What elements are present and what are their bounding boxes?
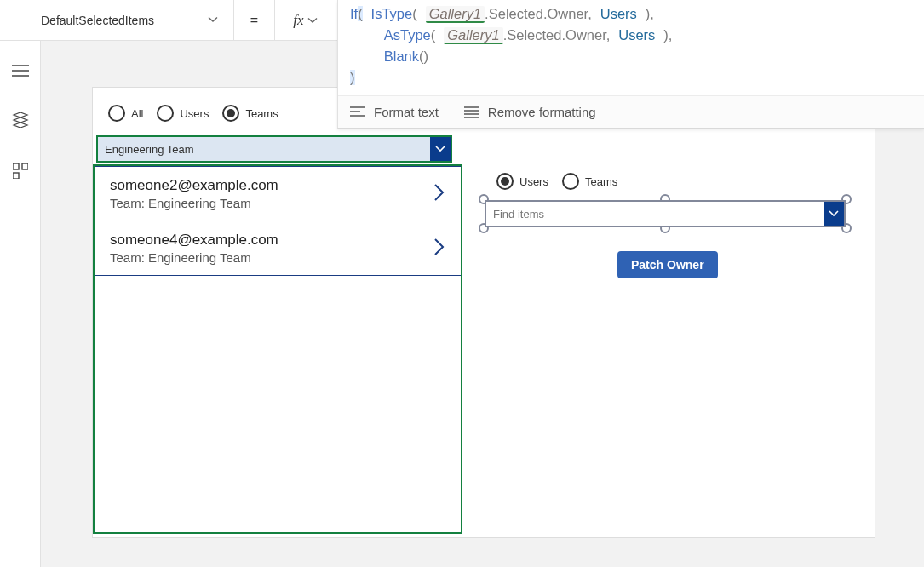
radio-teams-right-label: Teams	[585, 175, 617, 188]
token-gallery1-2: Gallery1	[444, 27, 502, 44]
token-astype: AsType	[384, 27, 431, 43]
radio-users[interactable]: Users	[157, 105, 209, 122]
remove-formatting-icon	[464, 106, 479, 118]
gallery-item[interactable]: someone2@example.com Team: Engineering T…	[95, 166, 461, 221]
radio-all[interactable]: All	[108, 105, 143, 122]
team-combobox[interactable]: Engineering Team	[96, 135, 452, 163]
token-users: Users	[600, 6, 637, 21]
remove-formatting-button[interactable]: Remove formatting	[464, 105, 596, 119]
chevron-down-icon	[208, 14, 218, 27]
owner-combobox-toggle[interactable]	[824, 202, 844, 226]
token-gallery1: Gallery1	[426, 6, 485, 23]
radio-teams[interactable]: Teams	[222, 105, 278, 122]
formula-actions-bar: Format text Remove formatting	[338, 95, 924, 128]
fx-icon: fx	[293, 12, 303, 29]
gallery-item-subtitle: Team: Engineering Team	[110, 196, 445, 210]
components-icon[interactable]	[13, 163, 28, 182]
radio-all-label: All	[131, 107, 143, 120]
remove-formatting-label: Remove formatting	[488, 105, 596, 119]
app-screen: All Users Teams Engineering Team someone…	[92, 87, 875, 538]
format-text-button[interactable]: Format text	[350, 105, 439, 119]
chevron-right-icon[interactable]	[433, 183, 445, 205]
patch-owner-button[interactable]: Patch Owner	[617, 251, 718, 278]
left-nav-rail	[0, 41, 41, 567]
property-dropdown-value: DefaultSelectedItems	[41, 14, 154, 27]
format-text-label: Format text	[374, 105, 439, 119]
owner-combobox[interactable]	[485, 200, 846, 227]
right-filter-radios: Users Teams	[496, 173, 617, 190]
chevron-down-icon	[435, 144, 445, 154]
chevron-down-icon	[307, 15, 318, 26]
radio-users-right[interactable]: Users	[496, 173, 548, 190]
radio-users-right-label: Users	[519, 175, 548, 188]
token-users-2: Users	[618, 27, 655, 43]
formula-editor[interactable]: If( IsType( Gallery1.Selected.Owner, Use…	[338, 0, 924, 95]
token-blank: Blank	[384, 49, 419, 64]
token-member: .Selected.Owner	[485, 6, 588, 21]
token-member-2: .Selected.Owner	[503, 27, 606, 43]
gallery-item[interactable]: someone4@example.com Team: Engineering T…	[95, 221, 461, 276]
property-dropdown[interactable]: DefaultSelectedItems	[0, 0, 234, 41]
equals-label: =	[234, 0, 275, 41]
left-filter-radios: All Users Teams	[108, 105, 278, 122]
token-istype: IsType	[371, 6, 413, 21]
formula-editor-panel: If( IsType( Gallery1.Selected.Owner, Use…	[337, 0, 924, 129]
gallery-item-title: someone4@example.com	[110, 232, 445, 249]
svg-rect-0	[13, 163, 19, 169]
team-combobox-toggle[interactable]	[430, 137, 451, 161]
radio-teams-label: Teams	[245, 107, 278, 120]
radio-users-label: Users	[180, 107, 209, 120]
format-text-icon	[350, 106, 365, 118]
radio-teams-right[interactable]: Teams	[562, 173, 617, 190]
owner-combobox-selection	[485, 200, 846, 227]
token-if: If	[350, 6, 358, 21]
gallery-item-title: someone2@example.com	[110, 177, 445, 194]
tree-view-icon[interactable]	[12, 112, 29, 131]
owner-combobox-input[interactable]	[486, 202, 824, 226]
fx-dropdown[interactable]: fx	[275, 0, 336, 41]
chevron-down-icon	[829, 209, 839, 219]
chevron-right-icon[interactable]	[433, 238, 445, 260]
gallery-item-subtitle: Team: Engineering Team	[110, 250, 445, 265]
gallery1: someone2@example.com Team: Engineering T…	[93, 164, 462, 534]
team-combobox-value: Engineering Team	[98, 137, 430, 161]
hamburger-icon[interactable]	[12, 65, 29, 80]
svg-rect-2	[13, 173, 19, 179]
svg-rect-1	[22, 163, 28, 169]
